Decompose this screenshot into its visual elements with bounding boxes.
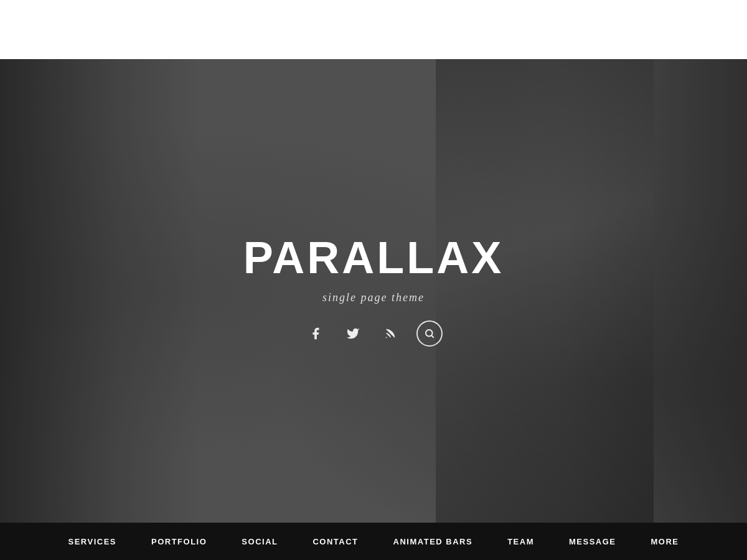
page-wrapper: PARALLAX single page theme — [0, 0, 747, 560]
nav-item-more[interactable]: MORE — [634, 523, 697, 560]
hero-subtitle: single page theme — [322, 291, 425, 304]
hero-section: PARALLAX single page theme — [0, 59, 747, 523]
navbar: SERVICES PORTFOLIO SOCIAL CONTACT ANIMAT… — [0, 523, 747, 560]
search-icon[interactable] — [416, 320, 443, 347]
facebook-icon[interactable] — [304, 322, 327, 345]
top-space — [0, 0, 747, 59]
nav-item-team[interactable]: TEAM — [490, 523, 552, 560]
nav-item-contact[interactable]: CONTACT — [295, 523, 375, 560]
nav-item-social[interactable]: SOCIAL — [224, 523, 295, 560]
hero-icons — [304, 320, 443, 347]
svg-point-0 — [386, 337, 387, 338]
nav-item-message[interactable]: MESSAGE — [552, 523, 634, 560]
hero-content: PARALLAX single page theme — [243, 235, 504, 347]
rss-icon[interactable] — [379, 322, 402, 345]
svg-line-2 — [431, 335, 433, 337]
twitter-icon[interactable] — [342, 322, 364, 345]
nav-item-animated-bars[interactable]: ANIMATED BARS — [376, 523, 491, 560]
svg-point-1 — [426, 330, 433, 337]
hero-title: PARALLAX — [243, 235, 504, 280]
nav-item-services[interactable]: SERVICES — [50, 523, 134, 560]
nav-item-portfolio[interactable]: PORTFOLIO — [134, 523, 224, 560]
